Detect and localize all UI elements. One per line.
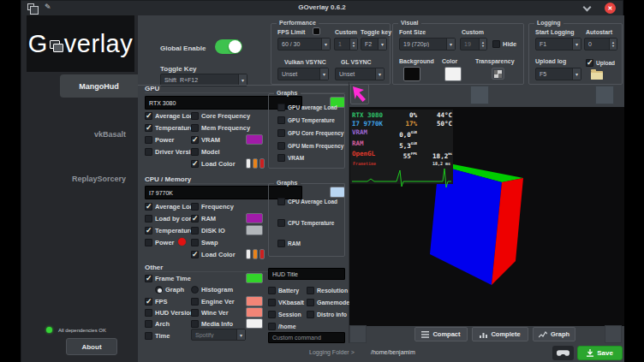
cpu-power-checkbox[interactable]: Power [145,239,175,246]
gpu-graph-mem-frequency-checkbox[interactable]: GPU Mem Frequency [277,142,343,150]
pointer-tool-button[interactable] [350,84,369,104]
gpu-load-color-checkbox[interactable]: Load Color [191,160,236,168]
cpu-graph-ram-checkbox[interactable]: RAM [277,240,301,247]
cpu-load-color-swatch-2[interactable] [253,249,258,259]
ram-color-swatch[interactable] [246,213,263,223]
logging-folder-path[interactable]: /home/benjamim [371,349,415,355]
upload-label: Upload [596,60,615,66]
home-checkbox[interactable]: /home [268,323,296,330]
checkbox-box [145,215,152,223]
cpu-load-color-swatch-3[interactable] [259,249,265,259]
upload-checkbox[interactable]: Upload [586,59,615,67]
media-info-color-swatch[interactable] [246,318,263,329]
fps-limit-swatch[interactable] [313,27,320,35]
chevron-down-icon[interactable] [584,4,590,10]
gpu-vram-checkbox[interactable]: VRAM [191,136,220,144]
preview-tool-button[interactable] [470,86,489,104]
perf-toggle-key-dropdown[interactable]: F2▾ [361,38,387,50]
sidebar-item-mangohud[interactable]: MangoHud [60,74,138,98]
autostart-spinner[interactable]: 0▲▼ [584,38,617,50]
gpu-graph-vram-checkbox[interactable]: VRAM [277,154,304,162]
cpu-disk-io-checkbox[interactable]: DISK IO [191,227,225,234]
gamepad-button[interactable] [552,346,574,360]
background-swatch[interactable] [403,67,420,81]
gpu-mem-frequency-checkbox[interactable]: Mem Frequency [191,124,250,132]
gl-vsync-dropdown[interactable]: Unset▾ [335,68,385,80]
wine-ver-checkbox[interactable]: Wine Ver [191,309,229,317]
global-enable-toggle[interactable] [215,39,242,54]
compact-button[interactable]: Compact [414,327,468,341]
cpu-graph-average-load-checkbox[interactable]: CPU Average Load [277,198,337,205]
preview-tool-button[interactable] [595,86,614,104]
fps-custom-spinner[interactable]: 1▲▼ [334,38,358,50]
save-button[interactable]: Save [577,346,623,360]
media-player-dropdown[interactable]: Spotify▾ [191,329,246,341]
resolution-checkbox[interactable]: Resolution [307,287,348,294]
fps-limit-dropdown[interactable]: 60 / 30▾ [277,38,331,50]
arch-checkbox[interactable]: Arch [145,320,170,328]
color-swatch[interactable] [444,67,462,81]
cpu-graph-temperature-checkbox[interactable]: CPU Temperature [277,219,334,227]
cpu-ram-checkbox[interactable]: RAM [191,215,216,223]
gamemode-checkbox[interactable]: Gamemode [307,299,349,306]
cpu-load-by-core-checkbox[interactable]: Load by core [145,215,195,223]
gpu-graph-core-frequency-checkbox[interactable]: GPU Core Frequency [277,129,343,137]
cpu-power-led-swatch[interactable] [177,237,187,246]
close-button[interactable]: ✕ [605,3,616,14]
hud-version-checkbox[interactable]: HUD Version [145,309,194,317]
battery-checkbox[interactable]: Battery [268,287,299,294]
gpu-temperature-checkbox[interactable]: Temperature [145,124,194,132]
fps-custom-value: 1 [335,41,349,47]
hide-checkbox[interactable]: Hide [492,40,516,48]
gpu-model-checkbox[interactable]: Model [191,148,220,156]
gpu-graph-temperature-checkbox[interactable]: GPU Temperature [277,116,335,124]
gpu-load-color-swatch-1[interactable] [246,158,251,169]
upload-log-dropdown[interactable]: F5▾ [535,68,581,80]
spinner-arrows-icon[interactable]: ▲▼ [349,39,357,50]
hud-title-input[interactable] [268,268,345,280]
cpu-frequency-checkbox[interactable]: Frequency [191,203,234,211]
wine-ver-color-swatch[interactable] [246,307,263,317]
time-checkbox[interactable]: Time [145,332,170,340]
gpu-load-color-swatch-3[interactable] [259,158,265,169]
start-logging-dropdown[interactable]: F1▾ [535,38,581,50]
cpu-load-color-checkbox[interactable]: Load Color [191,251,236,258]
media-info-checkbox[interactable]: Media Info [191,320,233,328]
graph-radio[interactable]: Graph [155,286,184,294]
transparency-button[interactable] [492,68,504,80]
session-checkbox[interactable]: Session [268,311,301,318]
disk-io-color-swatch[interactable] [246,225,263,235]
cpu-temperature-checkbox[interactable]: Temperature [145,227,194,234]
gpu-average-load-checkbox[interactable]: Average Load [145,112,197,120]
distro-info-checkbox[interactable]: Distro info [307,311,347,318]
custom-command-input[interactable] [268,332,345,343]
gpu-graph-average-load-checkbox[interactable]: GPU average Load [277,104,337,111]
engine-ver-color-swatch[interactable] [246,296,263,306]
gpu-load-color-swatch-2[interactable] [253,158,258,169]
spinner-arrows-icon[interactable]: ▲▼ [479,39,486,50]
preview-edge-button-right[interactable] [605,325,622,343]
about-button[interactable]: About [66,338,117,355]
frame-time-checkbox[interactable]: Frame Time [145,275,191,282]
cpu-average-load-checkbox[interactable]: Average Load [145,203,197,211]
frame-time-color-swatch[interactable] [246,273,263,283]
graph-button[interactable]: Graph [533,327,575,341]
visual-custom-spinner[interactable]: 19▲▼ [460,38,487,50]
preview-edge-button-left[interactable] [349,325,367,343]
spinner-arrows-icon[interactable]: ▲▼ [609,39,617,50]
font-size-dropdown[interactable]: 19 (720p)▾ [399,38,456,50]
gpu-core-frequency-checkbox[interactable]: Core Frequency [191,112,250,120]
complete-button[interactable]: Complete [472,327,528,341]
sidebar-item-replaysorcery[interactable]: ReplaySorcery [21,175,126,183]
fps-checkbox[interactable]: FPS [145,298,168,306]
cpu-swap-checkbox[interactable]: Swap [191,239,218,246]
vram-color-swatch[interactable] [246,134,263,145]
vulkan-vsync-dropdown[interactable]: Unset▾ [277,68,329,80]
vkbasalt-checkbox[interactable]: VKbasalt [268,299,304,306]
gpu-power-checkbox[interactable]: Power [145,136,175,144]
sidebar-item-vkbasalt[interactable]: vkBasalt [21,130,126,139]
upload-folder-button[interactable] [589,68,605,82]
engine-ver-checkbox[interactable]: Engine Ver [191,298,235,306]
cpu-load-color-swatch-1[interactable] [246,249,251,259]
histogram-radio[interactable]: Histogram [191,286,233,294]
